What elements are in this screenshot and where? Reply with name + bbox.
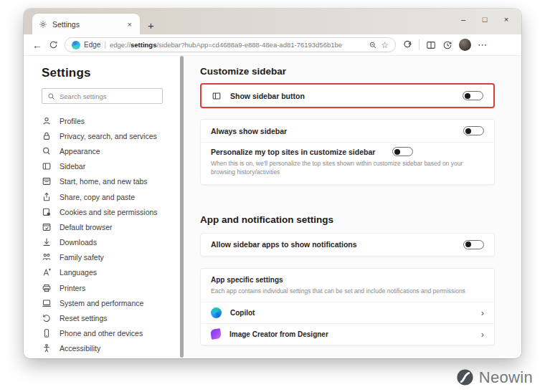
refresh-button[interactable] <box>49 40 58 49</box>
zoom-icon[interactable] <box>369 41 377 49</box>
app-specific-settings-title: App specific settings <box>211 276 484 284</box>
section-title-app-notification: App and notification settings <box>200 214 495 225</box>
sidebar-icon <box>42 161 52 171</box>
url-text: edge://settings/sidebar?hubApp=cd4688a9-… <box>110 41 342 49</box>
downloads-icon <box>42 237 52 247</box>
site-label: Edge <box>84 41 100 49</box>
tab-strip: Settings × + – □ × <box>24 9 521 34</box>
settings-and-more-icon[interactable]: ⋯ <box>478 39 488 50</box>
nav-item-cookies[interactable]: Cookies and site permissions <box>42 204 180 219</box>
allow-notifications-toggle[interactable] <box>463 240 484 249</box>
close-button[interactable]: × <box>496 11 517 27</box>
allow-notifications-card: Allow sidebar apps to show notifications <box>200 233 495 257</box>
sidebar-icon <box>212 91 222 101</box>
neowin-logo-icon <box>455 368 474 387</box>
nav-item-start-home-tabs[interactable]: Start, home, and new tabs <box>42 174 180 189</box>
default-browser-icon <box>42 222 52 232</box>
show-sidebar-button-card: Show sidebar button <box>200 83 495 108</box>
nav-item-appearance[interactable]: Appearance <box>42 143 180 158</box>
toolbar: ← Edge | edge://settings/sidebar?hubApp=… <box>24 34 521 56</box>
section-title-customize-sidebar: Customize sidebar <box>200 66 495 77</box>
nav-item-privacy[interactable]: Privacy, search, and services <box>42 128 180 143</box>
history-icon[interactable] <box>442 40 452 50</box>
nav-item-accessibility[interactable]: Accessibility <box>42 341 180 356</box>
image-creator-label: Image Creator from Designer <box>229 330 473 338</box>
profiles-icon <box>42 116 52 126</box>
app-specific-settings-description: Each app contains individual settings th… <box>211 287 465 295</box>
neowin-watermark: Neowin <box>455 368 533 387</box>
favorites-star-icon[interactable]: ☆ <box>381 40 389 50</box>
settings-page: Settings Profiles Privacy, search, and s… <box>24 56 521 358</box>
app-specific-settings-card: App specific settings Each app contains … <box>200 268 495 345</box>
tab-close-icon[interactable]: × <box>126 20 133 29</box>
chevron-right-icon: › <box>481 330 484 339</box>
accessibility-icon <box>42 343 52 353</box>
app-row-image-creator[interactable]: Image Creator from Designer › <box>201 324 494 345</box>
copilot-icon <box>211 307 222 318</box>
appearance-icon <box>42 146 52 156</box>
personalize-top-sites-description: When this is on, we'll personalize the t… <box>211 159 465 177</box>
chevron-right-icon: › <box>481 308 484 317</box>
address-bar[interactable]: Edge | edge://settings/sidebar?hubApp=cd… <box>65 37 396 52</box>
system-icon <box>42 298 52 308</box>
family-safety-icon <box>42 252 52 262</box>
search-input[interactable] <box>60 92 157 100</box>
nav-item-sidebar[interactable]: Sidebar <box>42 159 180 174</box>
nav-item-languages[interactable]: Languages <box>42 265 180 280</box>
nav-item-share-copy-paste[interactable]: Share, copy and paste <box>42 189 180 204</box>
phone-icon <box>42 328 52 338</box>
browser-essentials-icon[interactable] <box>402 40 412 50</box>
browser-window: Settings × + – □ × ← Edge | edge://setti… <box>24 9 521 358</box>
profile-avatar[interactable] <box>459 39 471 51</box>
privacy-icon <box>42 131 52 141</box>
app-row-copilot[interactable]: Copilot › <box>201 302 494 323</box>
settings-nav-list: Profiles Privacy, search, and services A… <box>42 113 180 356</box>
nav-item-default-browser[interactable]: Default browser <box>42 219 180 234</box>
tab-settings[interactable]: Settings × <box>32 14 140 34</box>
cookies-icon <box>42 207 52 217</box>
settings-title: Settings <box>42 66 180 80</box>
nav-item-downloads[interactable]: Downloads <box>42 235 180 250</box>
show-sidebar-button-toggle[interactable] <box>463 91 483 100</box>
always-show-sidebar-label: Always show sidebar <box>211 127 287 135</box>
personalize-top-sites-label: Personalize my top sites in customize si… <box>211 148 375 156</box>
sidebar-options-card: Always show sidebar Personalize my top s… <box>200 119 495 185</box>
gear-icon <box>39 20 47 29</box>
tab-title: Settings <box>52 20 121 29</box>
settings-nav: Settings Profiles Privacy, search, and s… <box>24 56 180 358</box>
nav-item-system[interactable]: System and performance <box>42 295 180 310</box>
personalize-top-sites-toggle[interactable] <box>392 147 413 156</box>
printers-icon <box>42 283 52 293</box>
maximize-button[interactable]: □ <box>474 11 496 27</box>
image-creator-icon <box>210 329 222 340</box>
nav-item-family-safety[interactable]: Family safety <box>42 250 180 265</box>
always-show-sidebar-toggle[interactable] <box>463 126 484 135</box>
nav-item-profiles[interactable]: Profiles <box>42 113 180 128</box>
split-screen-icon[interactable] <box>426 40 436 50</box>
minimize-button[interactable]: – <box>452 11 474 27</box>
nav-item-printers[interactable]: Printers <box>42 280 180 295</box>
reset-icon <box>42 313 52 323</box>
settings-content: Customize sidebar Show sidebar button Al… <box>184 56 521 358</box>
copilot-label: Copilot <box>230 309 473 317</box>
share-icon <box>42 192 52 202</box>
back-button[interactable]: ← <box>32 40 42 50</box>
nav-item-reset[interactable]: Reset settings <box>42 310 180 325</box>
start-home-tabs-icon <box>42 176 52 186</box>
languages-icon <box>42 267 52 277</box>
nav-item-phone[interactable]: Phone and other devices <box>42 326 180 341</box>
search-settings-box[interactable] <box>42 88 163 104</box>
new-tab-button[interactable]: + <box>148 20 154 31</box>
toolbar-divider <box>419 39 420 50</box>
window-controls: – □ × <box>452 11 517 27</box>
search-icon <box>47 92 55 100</box>
edge-logo-icon <box>72 41 80 49</box>
url-separator: | <box>104 41 106 49</box>
allow-notifications-label: Allow sidebar apps to show notifications <box>211 240 357 249</box>
show-sidebar-button-label: Show sidebar button <box>230 92 305 100</box>
